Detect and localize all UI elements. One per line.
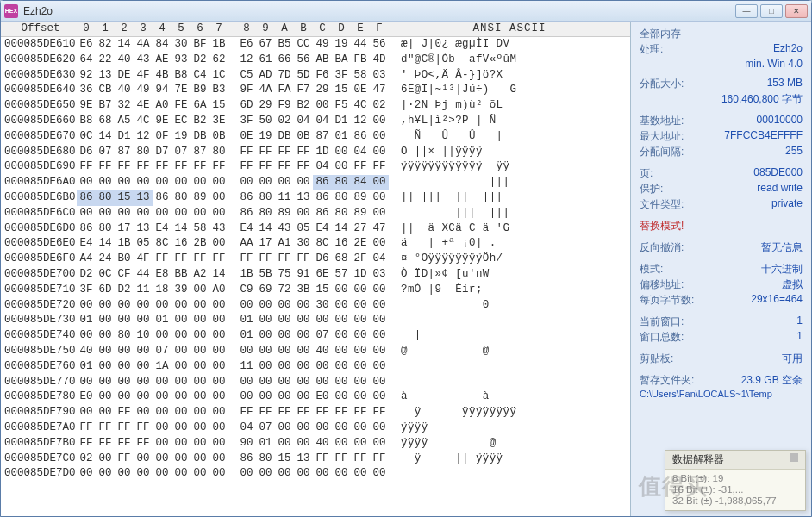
byte[interactable]: D6	[313, 252, 332, 267]
byte[interactable]: 00	[332, 145, 351, 160]
byte[interactable]: 3B	[294, 283, 313, 298]
hex-row[interactable]: 000085DE74000008010000000000100000007000…	[4, 328, 630, 344]
ansi-cell[interactable]: |·2N Þj m)ù² õL	[389, 98, 503, 114]
byte[interactable]: FF	[294, 159, 313, 175]
byte[interactable]: 00	[172, 466, 191, 482]
byte[interactable]: 00	[115, 344, 134, 359]
ansi-cell[interactable]: ' ÞO<,Ä Å-}]ö?X	[389, 68, 503, 84]
byte[interactable]: 00	[191, 298, 209, 314]
hex-row[interactable]: 000085DE6C000000000000000008680890086808…	[4, 206, 630, 221]
byte[interactable]: 00	[294, 359, 313, 375]
byte[interactable]: 0E	[237, 129, 256, 145]
byte[interactable]: 66	[275, 53, 294, 68]
ansi-cell[interactable]: || ||| || |||	[389, 190, 503, 206]
byte[interactable]: 15	[313, 283, 332, 298]
byte[interactable]: 00	[294, 436, 313, 452]
byte[interactable]: 00	[313, 359, 332, 375]
byte[interactable]: BF	[191, 37, 209, 53]
byte[interactable]: 43	[275, 221, 294, 237]
byte[interactable]: 00	[275, 298, 294, 314]
byte[interactable]: 1D	[313, 145, 332, 160]
byte[interactable]: 00	[134, 313, 153, 328]
hex-row[interactable]: 000085DE7103F6DD211183900A0C969723B15000…	[4, 283, 630, 298]
byte[interactable]: 0C	[96, 267, 115, 283]
byte[interactable]: CC	[294, 37, 313, 53]
byte[interactable]: DB	[191, 129, 209, 145]
byte[interactable]: 11	[237, 359, 256, 375]
byte[interactable]: A1	[275, 236, 294, 252]
byte[interactable]: 00	[332, 159, 351, 175]
byte[interactable]: 00	[134, 359, 153, 375]
byte[interactable]: C5	[237, 68, 256, 84]
byte[interactable]: 00	[191, 175, 209, 190]
byte[interactable]: AD	[256, 68, 275, 84]
byte[interactable]: 00	[96, 344, 115, 359]
hex-row[interactable]: 000085DE6D086801713E4145843E4144305E4142…	[4, 221, 630, 237]
byte[interactable]: FF	[256, 145, 275, 160]
byte[interactable]: 00	[134, 405, 153, 420]
byte[interactable]: 87	[313, 129, 332, 145]
byte[interactable]: 00	[191, 466, 209, 482]
byte[interactable]: FF	[370, 452, 389, 467]
byte[interactable]: 3F	[77, 283, 96, 298]
byte[interactable]: D2	[191, 53, 209, 68]
hex-row[interactable]: 000085DE75040000000070000000000000040000…	[4, 344, 630, 359]
byte[interactable]: 00	[191, 405, 209, 420]
byte[interactable]: 00	[370, 389, 389, 405]
byte[interactable]: 00	[294, 375, 313, 390]
byte[interactable]: 03	[370, 267, 389, 283]
byte[interactable]: 75	[275, 267, 294, 283]
byte[interactable]: 00	[351, 359, 370, 375]
ansi-cell[interactable]: |||	[389, 175, 509, 190]
byte[interactable]: 13	[134, 190, 153, 206]
bytes-cell[interactable]: 64224043AE93D26212616656ABBAFB4D	[77, 53, 389, 68]
byte[interactable]: E6	[77, 37, 96, 53]
byte[interactable]: 00	[96, 389, 115, 405]
byte[interactable]: 87	[115, 145, 134, 160]
ansi-cell[interactable]: |	[389, 328, 422, 344]
byte[interactable]: FF	[351, 452, 370, 467]
hex-row[interactable]: 000085DE6B086801513868089008680111386808…	[4, 190, 630, 206]
byte[interactable]: FF	[294, 252, 313, 267]
byte[interactable]: 00	[209, 206, 228, 221]
byte[interactable]: 00	[96, 298, 115, 314]
byte[interactable]: FF	[96, 436, 115, 452]
byte[interactable]: 00	[370, 190, 389, 206]
byte[interactable]: 01	[332, 129, 351, 145]
byte[interactable]: 40	[313, 344, 332, 359]
byte[interactable]: 00	[172, 359, 191, 375]
byte[interactable]: 00	[191, 313, 209, 328]
byte[interactable]: 02	[77, 452, 96, 467]
byte[interactable]: B8	[172, 68, 191, 84]
bytes-cell[interactable]: E00000000000000000000000E0000000	[77, 389, 389, 405]
byte[interactable]: 00	[191, 206, 209, 221]
byte[interactable]: A0	[153, 98, 172, 114]
bytes-cell[interactable]: 9213DE4F4BB8C41CC5AD7D5DF63F5803	[77, 68, 389, 84]
byte[interactable]: 13	[294, 190, 313, 206]
byte[interactable]: 07	[153, 344, 172, 359]
byte[interactable]: FF	[294, 405, 313, 420]
byte[interactable]: FF	[96, 420, 115, 436]
byte[interactable]: 00	[153, 206, 172, 221]
byte[interactable]: FE	[172, 98, 191, 114]
byte[interactable]: 00	[256, 466, 275, 482]
byte[interactable]: 00	[370, 114, 389, 129]
byte[interactable]: 00	[332, 420, 351, 436]
byte[interactable]: 03	[370, 68, 389, 84]
byte[interactable]: 00	[153, 175, 172, 190]
byte[interactable]: 10	[134, 328, 153, 344]
byte[interactable]: 4F	[134, 252, 153, 267]
byte[interactable]: 00	[332, 375, 351, 390]
bytes-cell[interactable]: 86801713E4145843E4144305E4142747	[77, 221, 389, 237]
byte[interactable]: 3F	[332, 68, 351, 84]
byte[interactable]: 00	[172, 206, 191, 221]
bytes-cell[interactable]: E4141B058C162B00AA17A1308C162E00	[77, 236, 389, 252]
byte[interactable]: 05	[294, 221, 313, 237]
byte[interactable]: 00	[332, 389, 351, 405]
byte[interactable]: 00	[96, 313, 115, 328]
byte[interactable]: B8	[77, 114, 96, 129]
byte[interactable]: 1D	[351, 267, 370, 283]
byte[interactable]: 00	[294, 344, 313, 359]
byte[interactable]: 00	[256, 298, 275, 314]
byte[interactable]: 00	[134, 375, 153, 390]
